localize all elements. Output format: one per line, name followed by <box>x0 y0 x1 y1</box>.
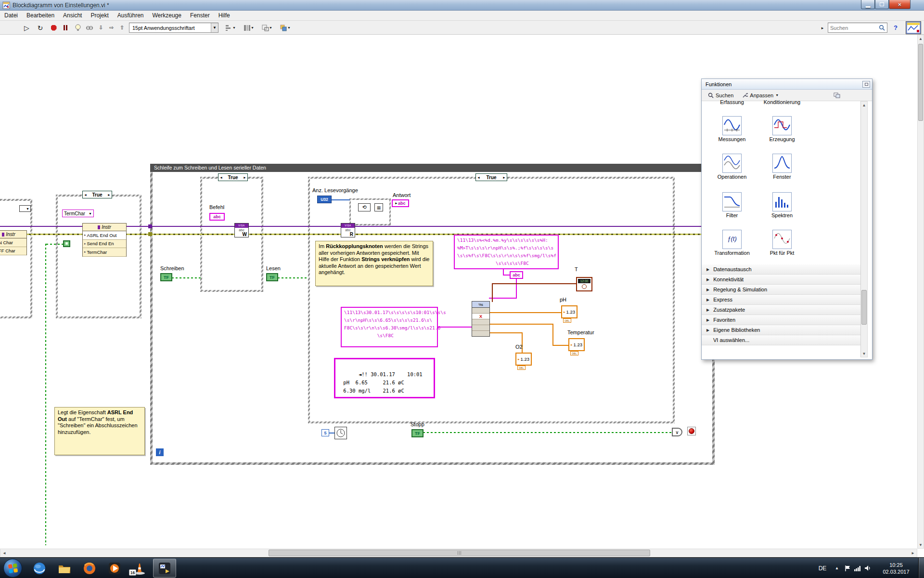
antwort-label[interactable]: Antwort <box>393 192 411 198</box>
data-string-constant[interactable]: \11\13\s30.01.17\s\s\s\s\s10:01\s\s\s \s… <box>341 307 438 347</box>
minimize-button[interactable]: ▬ <box>861 0 875 9</box>
scan-from-string-node[interactable]: %s X <box>472 301 490 337</box>
distribute-objects-dropdown[interactable]: ▼ <box>241 22 257 33</box>
o2-indicator[interactable]: ▸1.23 <box>515 353 532 366</box>
menu-bearbeiten[interactable]: Bearbeiten <box>22 11 59 20</box>
case-next-arrow-icon[interactable]: ► <box>242 176 247 179</box>
palette-item-pkt-fuer-pkt[interactable]: Pkt für Pkt <box>756 230 808 256</box>
palette-titlebar[interactable]: Funktionen <box>702 79 872 90</box>
visa-property-node[interactable]: Instr ▸ASRL End Out ▸Send End En ▸TermCh… <box>82 223 127 257</box>
resize-objects-dropdown[interactable]: ▼ <box>259 22 275 33</box>
expand-arrow-icon[interactable]: ▶ <box>706 267 709 272</box>
antwort-string-terminal[interactable]: ▸abc <box>392 199 409 207</box>
ring-constant-fragment[interactable]: ▼ <box>19 205 31 212</box>
palette-item-messungen[interactable]: Messungen <box>706 116 758 142</box>
vi-icon[interactable] <box>906 21 921 34</box>
palette-item-spektren[interactable]: Spektren <box>756 192 808 218</box>
scroll-down-arrow[interactable]: ▼ <box>918 541 924 548</box>
palette-item-filter[interactable]: Filter <box>706 192 758 218</box>
menu-ansicht[interactable]: Ansicht <box>59 11 86 20</box>
anz-lesevorgaenge-label[interactable]: Anz. Lesevorgänge <box>312 187 358 193</box>
palette-category-datenaustausch[interactable]: ▶Datenaustausch <box>702 264 860 275</box>
vertical-scrollbar[interactable]: ▲ ▼ <box>917 35 924 549</box>
palette-category-vi-auswaehlen[interactable]: VI auswählen... <box>702 335 860 345</box>
expand-arrow-icon[interactable]: ▶ <box>706 318 709 322</box>
taskbar-labview[interactable] <box>153 559 176 578</box>
property-row[interactable]: ▸ASRL End Out <box>83 231 126 240</box>
timestamp-indicator[interactable]: 12:00 <box>576 277 592 291</box>
palette-scroll-thumb[interactable] <box>861 290 867 325</box>
concatenate-strings-node[interactable]: ▦ <box>374 203 383 211</box>
termchar-ring-constant[interactable]: TermChar ▼ <box>62 210 94 217</box>
menu-hilfe[interactable]: Hilfe <box>214 11 234 20</box>
palette-category-favoriten[interactable]: ▶Favoriten <box>702 315 860 325</box>
case-selector-label[interactable]: True <box>481 175 501 180</box>
maximize-button[interactable] <box>875 0 889 9</box>
expand-arrow-icon[interactable]: ▶ <box>706 277 709 282</box>
pause-button[interactable] <box>60 22 71 33</box>
menu-datei[interactable]: Datei <box>0 11 22 20</box>
property-row[interactable]: ▸OFF Char <box>0 247 26 256</box>
case-selector[interactable]: ◄ True ► <box>475 173 507 181</box>
toolbar-overflow-chevron[interactable]: ▸ <box>819 22 826 33</box>
vertical-scroll-thumb[interactable] <box>918 44 923 121</box>
palette-window-button[interactable] <box>862 81 870 88</box>
palette-scrollbar[interactable]: ▲ ▼ <box>860 101 868 357</box>
show-desktop-button[interactable] <box>918 558 924 578</box>
start-button[interactable] <box>3 559 22 578</box>
palette-item-partial[interactable]: Erfassung <box>706 98 758 105</box>
palette-view-button[interactable] <box>830 91 844 100</box>
palette-category-express[interactable]: ▶Express <box>702 295 860 305</box>
temperatur-label[interactable]: Temperatur <box>567 329 594 335</box>
case-structure-clipped[interactable] <box>0 199 32 318</box>
step-over-button[interactable]: ⇨ <box>106 22 117 33</box>
or-gate-node[interactable]: ∨ <box>672 428 682 436</box>
palette-category-konnektivitaet[interactable]: ▶Konnektivität <box>702 275 860 285</box>
while-loop-title[interactable]: Schleife zum Schreiben und Lesen seriell… <box>150 164 715 172</box>
case-selector[interactable]: ◄ True ► <box>82 191 112 198</box>
clock[interactable]: 10:2502.03.2017 <box>877 558 915 578</box>
scroll-left-arrow[interactable]: ◄ <box>0 549 8 557</box>
retain-wire-values-button[interactable] <box>84 22 95 33</box>
property-row[interactable]: ▸Send End En <box>83 240 126 249</box>
menu-projekt[interactable]: Projekt <box>86 11 113 20</box>
o2-label[interactable]: O2 <box>515 344 523 350</box>
search-icon[interactable] <box>879 25 885 31</box>
expand-arrow-icon[interactable]: ▶ <box>706 328 709 332</box>
taskbar-firefox[interactable] <box>78 559 101 578</box>
step-out-button[interactable]: ⇧ <box>116 22 128 33</box>
search-box[interactable] <box>828 23 887 33</box>
property-row[interactable]: ▸ON Char <box>0 238 26 247</box>
menu-werkzeuge[interactable]: Werkzeuge <box>148 11 185 20</box>
highlight-execution-button[interactable] <box>72 22 83 33</box>
palette-category-eigene-bibliotheken[interactable]: ▶Eigene Bibliotheken <box>702 325 860 335</box>
run-continuous-button[interactable]: ↻ <box>35 22 46 33</box>
palette-item-transformation[interactable]: ƒ(t) Transformation <box>706 230 758 256</box>
taskbar-media-player[interactable] <box>103 559 126 578</box>
befehl-label[interactable]: Befehl <box>209 204 224 210</box>
visa-read-node[interactable]: VISA abc R <box>341 223 355 237</box>
run-button[interactable]: ▷ <box>21 22 32 33</box>
palette-item-partial[interactable]: Konditionierung <box>756 98 808 105</box>
step-into-button[interactable]: ⇩ <box>95 22 106 33</box>
ph-indicator[interactable]: ▸1.23 <box>561 305 578 318</box>
scroll-up-arrow[interactable]: ▲ <box>861 102 867 108</box>
feedback-comment[interactable]: Im Rückkopplungsknoten werden die String… <box>315 241 433 286</box>
lesen-boolean-terminal[interactable]: TF <box>266 273 278 281</box>
scroll-right-arrow[interactable]: ► <box>909 549 917 557</box>
taskbar-vlc[interactable]: 16 <box>128 559 151 578</box>
palette-item-operationen[interactable]: Operationen <box>706 154 758 180</box>
scroll-up-arrow[interactable]: ▲ <box>918 35 924 42</box>
u32-constant[interactable]: U32 <box>317 196 332 203</box>
volume[interactable] <box>863 558 872 578</box>
true-constant[interactable] <box>63 240 70 247</box>
reorder-dropdown[interactable]: ▼ <box>277 22 294 33</box>
format-string-constant[interactable]: \11\13\s%<%d.%m.%y\s\s\s\s\s\s%H: %M>T\s… <box>454 235 559 269</box>
case-selector-label[interactable]: True <box>88 192 106 197</box>
search-input[interactable] <box>830 25 879 31</box>
case-next-arrow-icon[interactable]: ► <box>501 176 507 179</box>
taskbar-internet-explorer[interactable] <box>28 559 51 578</box>
scroll-down-arrow[interactable]: ▼ <box>861 350 867 357</box>
property-row[interactable]: ▸TermChar <box>83 248 126 257</box>
case-prev-arrow-icon[interactable]: ◄ <box>476 176 481 179</box>
